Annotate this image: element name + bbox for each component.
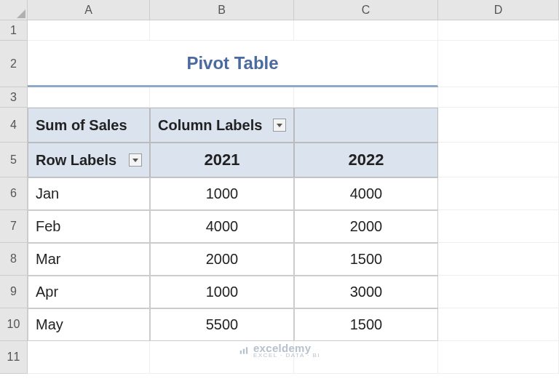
row-header-2[interactable]: 2 [0,41,28,87]
pivot-row-may: May [28,308,150,341]
row-header-1[interactable]: 1 [0,20,28,41]
cell-c11[interactable] [294,341,438,374]
pivot-sum-label: Sum of Sales [28,108,150,143]
cell-d4[interactable] [438,108,559,143]
col-header-b[interactable]: B [150,0,294,20]
cell-d2[interactable] [438,41,559,87]
cell-d7[interactable] [438,210,559,243]
pivot-row-feb: Feb [28,210,150,243]
cell-b1[interactable] [150,20,294,41]
cell-b3[interactable] [150,87,294,108]
pivot-row-labels-text: Row Labels [36,152,116,169]
pivot-row-mar: Mar [28,243,150,276]
row-header-9[interactable]: 9 [0,276,28,308]
pivot-col-2022: 2022 [294,143,438,177]
select-all-corner[interactable] [0,0,28,20]
cell-d11[interactable] [438,341,559,374]
row-header-6[interactable]: 6 [0,177,28,210]
col-header-a[interactable]: A [28,0,150,20]
pivot-val-jan-2022: 4000 [294,177,438,210]
cell-d6[interactable] [438,177,559,210]
row-header-7[interactable]: 7 [0,210,28,243]
pivot-val-apr-2021: 1000 [150,276,294,308]
pivot-val-mar-2022: 1500 [294,243,438,276]
cell-c3[interactable] [294,87,438,108]
row-header-11[interactable]: 11 [0,341,28,374]
col-header-d[interactable]: D [438,0,559,20]
pivot-column-labels-text: Column Labels [158,117,262,134]
row-labels-dropdown-icon[interactable] [129,153,142,167]
pivot-val-jan-2021: 1000 [150,177,294,210]
pivot-header-blank [294,108,438,143]
cell-b11[interactable] [150,341,294,374]
col-header-c[interactable]: C [294,0,438,20]
spreadsheet-grid: A B C D 1 2 Pivot Table 3 4 Sum of Sales… [0,0,559,374]
cell-a1[interactable] [28,20,150,41]
pivot-val-mar-2021: 2000 [150,243,294,276]
pivot-val-feb-2022: 2000 [294,210,438,243]
pivot-sum-label-text: Sum of Sales [36,117,127,134]
cell-d5[interactable] [438,143,559,177]
pivot-row-jan: Jan [28,177,150,210]
pivot-val-feb-2021: 4000 [150,210,294,243]
pivot-row-apr: Apr [28,276,150,308]
column-labels-dropdown-icon[interactable] [273,119,286,132]
row-header-8[interactable]: 8 [0,243,28,276]
row-header-5[interactable]: 5 [0,143,28,177]
cell-d10[interactable] [438,308,559,341]
page-title: Pivot Table [28,41,438,87]
pivot-val-may-2022: 1500 [294,308,438,341]
row-header-10[interactable]: 10 [0,308,28,341]
cell-d1[interactable] [438,20,559,41]
cell-a3[interactable] [28,87,150,108]
cell-d9[interactable] [438,276,559,308]
cell-d3[interactable] [438,87,559,108]
pivot-row-labels: Row Labels [28,143,150,177]
pivot-column-labels: Column Labels [150,108,294,143]
row-header-4[interactable]: 4 [0,108,28,143]
row-header-3[interactable]: 3 [0,87,28,108]
pivot-val-may-2021: 5500 [150,308,294,341]
cell-a11[interactable] [28,341,150,374]
pivot-col-2021: 2021 [150,143,294,177]
cell-c1[interactable] [294,20,438,41]
cell-d8[interactable] [438,243,559,276]
pivot-val-apr-2022: 3000 [294,276,438,308]
